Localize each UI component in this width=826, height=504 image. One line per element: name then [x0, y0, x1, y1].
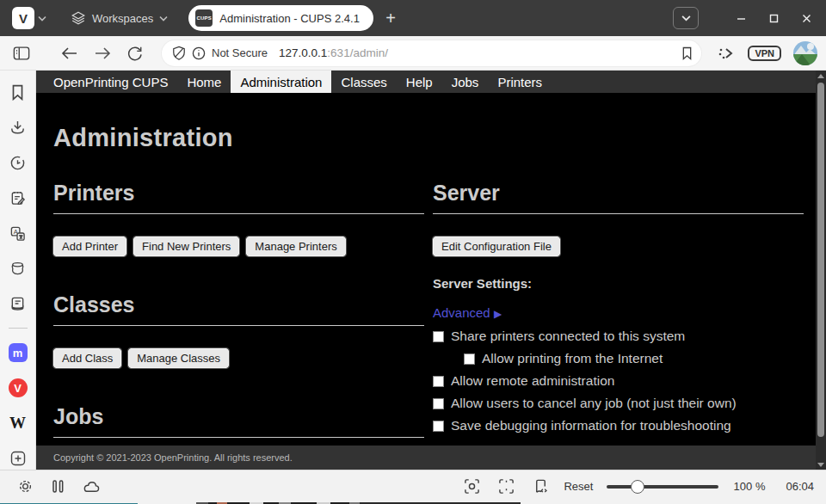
site-info-icon[interactable]	[192, 46, 206, 60]
edit-configuration-file-button[interactable]: Edit Configuration File	[433, 237, 560, 256]
page-actions-button[interactable]	[527, 475, 553, 499]
web-content: OpenPrinting CUPS Home Administration Cl…	[36, 71, 826, 470]
allow-internet-printing-checkbox[interactable]	[464, 353, 475, 365]
allow-cancel-any-job-option[interactable]: Allow users to cancel any job (not just …	[433, 395, 804, 412]
find-new-printers-button[interactable]: Find New Printers	[133, 237, 239, 256]
cups-nav-printers[interactable]: Printers	[488, 71, 552, 93]
tile-tabs-button[interactable]	[493, 475, 519, 499]
server-section-title: Server	[433, 181, 804, 214]
notes-panel-button[interactable]	[7, 187, 29, 209]
sync-status-button[interactable]	[77, 475, 103, 499]
workspaces-button[interactable]: Workspaces	[71, 10, 168, 26]
minimize-button[interactable]	[728, 6, 754, 30]
allow-remote-admin-option[interactable]: Allow remote administration	[433, 372, 804, 390]
closed-tabs-menu-button[interactable]	[673, 7, 699, 29]
add-webpanel-button[interactable]	[7, 447, 29, 470]
reading-list-book-icon	[9, 296, 26, 312]
cups-nav-classes[interactable]: Classes	[331, 71, 396, 93]
panel-sidebar: A m V W	[0, 71, 36, 470]
notes-icon	[9, 190, 26, 206]
cups-nav-home[interactable]: Home	[177, 71, 231, 93]
page-scrollbar[interactable]	[816, 71, 826, 470]
workspaces-label: Workspaces	[92, 12, 153, 25]
sessions-panel-button[interactable]	[7, 257, 29, 280]
translate-panel-button[interactable]: A	[7, 222, 29, 244]
cups-favicon: CUPS	[195, 9, 213, 27]
download-icon	[9, 120, 26, 136]
bookmark-page-icon[interactable]	[681, 46, 693, 60]
chevron-down-icon	[681, 15, 691, 22]
scrollbar-thumb[interactable]	[817, 83, 824, 437]
left-column: Printers Add Printer Find New Printers M…	[53, 152, 424, 446]
vivaldi-icon: V	[9, 378, 28, 397]
mastodon-webpanel-button[interactable]: m	[7, 341, 29, 364]
vivaldi-webpanel-button[interactable]: V	[7, 377, 29, 399]
capture-page-button[interactable]	[459, 475, 484, 499]
forward-button[interactable]	[89, 41, 115, 65]
shield-blocked-icon[interactable]	[172, 46, 186, 60]
sidebar-divider	[9, 328, 28, 329]
translate-icon: A	[9, 225, 26, 242]
cups-navbar: OpenPrinting CUPS Home Administration Cl…	[36, 71, 826, 93]
cups-footer: Copyright © 2021-2023 OpenPrinting. All …	[36, 446, 826, 470]
tab-title: Administration - CUPS 2.4.1	[219, 12, 360, 25]
layers-icon	[71, 10, 86, 26]
mastodon-icon: m	[9, 343, 28, 362]
scroll-down-arrow[interactable]	[817, 459, 824, 470]
share-printers-option[interactable]: Share printers connected to this system	[433, 328, 804, 345]
extensions-button[interactable]	[713, 41, 739, 65]
settings-button[interactable]	[12, 475, 38, 499]
vivaldi-menu-button[interactable]: V	[12, 7, 34, 29]
manage-printers-button[interactable]: Manage Printers	[246, 237, 345, 256]
allow-internet-printing-option[interactable]: Allow printing from the Internet	[464, 350, 804, 367]
jobs-section-title: Jobs	[53, 404, 424, 438]
reading-list-panel-button[interactable]	[7, 292, 29, 315]
browser-tab-active[interactable]: CUPS Administration - CUPS 2.4.1	[188, 5, 373, 31]
gear-icon	[17, 478, 34, 495]
cups-nav-jobs[interactable]: Jobs	[442, 71, 489, 93]
zoom-reset-button[interactable]: Reset	[564, 480, 593, 493]
profile-avatar[interactable]	[793, 41, 817, 65]
zoom-slider-knob[interactable]	[631, 480, 644, 494]
triangle-right-icon: ▶	[494, 308, 502, 320]
chevron-down-icon	[159, 15, 168, 22]
cups-nav-help[interactable]: Help	[397, 71, 442, 93]
maximize-button[interactable]	[761, 6, 786, 30]
wikipedia-webpanel-button[interactable]: W	[7, 412, 29, 434]
bookmark-icon	[10, 84, 25, 101]
reload-button[interactable]	[122, 41, 148, 65]
plus-icon	[9, 450, 27, 467]
save-debug-info-option[interactable]: Save debugging information for troublesh…	[433, 417, 804, 434]
cups-nav-administration[interactable]: Administration	[231, 71, 331, 93]
break-mode-button[interactable]	[45, 475, 71, 499]
allow-remote-admin-checkbox[interactable]	[433, 376, 444, 387]
downloads-panel-button[interactable]	[7, 116, 29, 138]
vpn-badge[interactable]: VPN	[748, 46, 781, 61]
allow-cancel-any-job-checkbox[interactable]	[433, 398, 444, 409]
classes-section-title: Classes	[53, 292, 424, 326]
security-label: Not Secure	[212, 46, 268, 59]
add-class-button[interactable]: Add Class	[53, 348, 121, 368]
extensions-icon	[718, 46, 735, 60]
save-debug-info-checkbox[interactable]	[433, 421, 444, 432]
vivaldi-logo-icon: V	[19, 11, 28, 26]
cups-nav-openprinting[interactable]: OpenPrinting CUPS	[36, 71, 177, 93]
back-button[interactable]	[57, 41, 83, 65]
panel-toggle-button[interactable]	[9, 41, 34, 65]
bookmarks-panel-button[interactable]	[7, 81, 29, 103]
zoom-slider[interactable]	[607, 480, 718, 494]
tiling-icon	[498, 478, 515, 495]
cloud-icon	[82, 480, 100, 494]
advanced-link[interactable]: Advanced ▶	[433, 305, 502, 320]
address-bar[interactable]: Not Secure 127.0.0.1:631/admin/	[162, 40, 701, 66]
share-printers-checkbox[interactable]	[433, 331, 444, 342]
scroll-up-arrow[interactable]	[817, 71, 824, 81]
new-tab-button[interactable]: +	[385, 9, 396, 27]
chevron-down-icon[interactable]	[38, 15, 46, 22]
zoom-slider-track[interactable]	[607, 485, 718, 489]
add-printer-button[interactable]: Add Printer	[53, 237, 126, 256]
manage-classes-button[interactable]: Manage Classes	[128, 348, 229, 368]
url-text[interactable]: 127.0.0.1:631/admin/	[279, 46, 388, 59]
history-panel-button[interactable]	[7, 151, 29, 174]
close-button[interactable]	[793, 6, 819, 30]
